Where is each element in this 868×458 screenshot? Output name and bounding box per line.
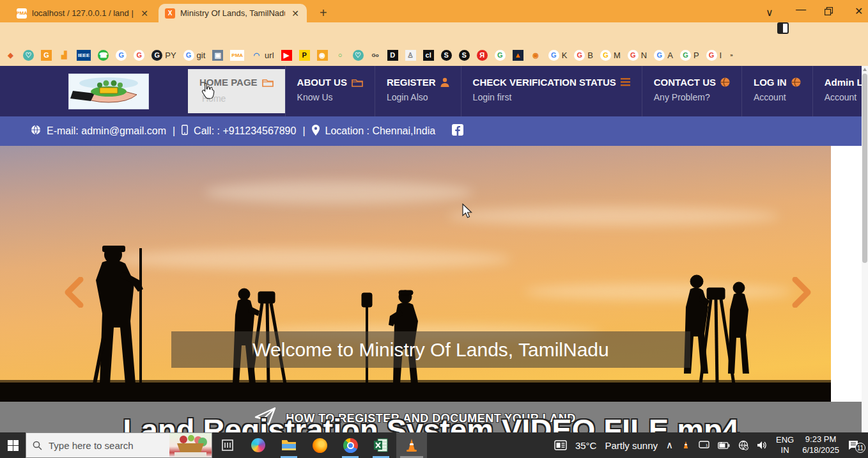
file-explorer-icon[interactable] — [274, 432, 304, 458]
bookmark-speedtest[interactable]: ◠url — [251, 50, 274, 61]
bookmark-google[interactable]: G — [134, 50, 144, 61]
bookmark-person-sketch[interactable]: ♙ — [405, 50, 416, 61]
language-indicator[interactable]: ENGIN — [776, 435, 794, 456]
godaddy-icon: ♡ — [23, 50, 34, 61]
bookmark-p-yellow[interactable]: P — [299, 50, 310, 61]
contrast-extension-icon[interactable] — [777, 22, 789, 34]
contact-location[interactable]: Location : Chennai,India — [325, 125, 436, 137]
tab-search-chevron-icon[interactable]: ∨ — [766, 6, 773, 19]
bookmark-g-orange-cube[interactable]: G — [41, 50, 52, 61]
speaker-icon[interactable] — [757, 441, 768, 450]
bookmark-whatsapp[interactable]: ☎ — [98, 50, 109, 61]
nav-item-admin-log-in[interactable]: Admin LOG IN Account — [812, 66, 862, 116]
contact-phone[interactable]: Call: : +911234567890 — [194, 125, 296, 137]
bookmark-google-p[interactable]: GP — [680, 50, 699, 61]
nav-item-about-us[interactable]: ABOUT US Know Us — [285, 66, 375, 116]
network-globe-icon[interactable] — [738, 440, 748, 450]
weather-desc[interactable]: Partly sunny — [605, 440, 658, 451]
nav-item-register[interactable]: REGISTER Login Also — [375, 66, 461, 116]
bookmark-globe-s[interactable]: S — [441, 50, 452, 61]
vlc-tray-icon[interactable] — [681, 441, 690, 450]
minimize-button[interactable]: — — [796, 4, 806, 15]
bookmark-vault[interactable]: ▣ — [212, 50, 223, 61]
close-window-button[interactable]: ✕ — [855, 5, 863, 17]
bookmark-phpmyadmin[interactable]: PMA — [230, 50, 244, 61]
taskbar-search-box[interactable]: Type here to search — [26, 432, 212, 458]
action-center-icon[interactable]: 11 — [848, 440, 863, 450]
scrollbar-up-arrow[interactable] — [863, 68, 867, 71]
bookmark-google[interactable]: G — [495, 50, 506, 61]
fruit-basket-image[interactable] — [169, 433, 212, 457]
bookmark-google-n[interactable]: GN — [628, 50, 647, 61]
facebook-icon[interactable] — [452, 124, 463, 138]
svg-text:1: 1 — [706, 443, 708, 447]
bookmark-cl[interactable]: cl — [423, 50, 434, 61]
yandex-icon: Я — [477, 50, 488, 61]
google-icon: G — [495, 50, 506, 61]
scrollbar-thumb[interactable] — [862, 74, 867, 263]
start-button[interactable] — [0, 432, 26, 458]
bookmark-godaddy[interactable]: ♡ — [353, 50, 364, 61]
google-b-icon: G — [574, 50, 585, 61]
bookmark-go[interactable]: Go — [371, 50, 380, 61]
cast-icon[interactable]: 1 — [699, 441, 709, 450]
excel-icon[interactable] — [366, 432, 396, 458]
windows-taskbar: Type here to search 35°C Partly sunny ∧ — [0, 432, 868, 458]
nav-item-check-verification-status[interactable]: CHECK VERIFICATION STATUS Login first — [461, 66, 642, 116]
firefox-icon[interactable] — [304, 432, 335, 458]
bookmark-eye[interactable]: ◉ — [531, 50, 541, 61]
bookmark-green-ring[interactable]: ○ — [335, 50, 346, 61]
bookmark-bookmarks-overflow[interactable]: » — [729, 50, 734, 61]
bookmark-analytics[interactable]: ▟ — [59, 50, 70, 61]
bookmark-camera[interactable]: ◉ — [317, 50, 328, 61]
battery-icon[interactable] — [718, 442, 730, 449]
tab-phpmyadmin[interactable]: PMA localhost / 127.0.0.1 / land | phpM … — [10, 4, 156, 22]
page-scrollbar[interactable] — [862, 66, 868, 432]
bookmark-google-i[interactable]: GI — [706, 50, 722, 61]
bookmark-kite[interactable]: ◆ — [5, 50, 16, 61]
globe-icon — [720, 77, 730, 87]
bookmark-github[interactable]: GPY — [151, 50, 176, 61]
copilot-icon[interactable] — [243, 432, 274, 458]
ieee-icon: IEEE — [77, 50, 91, 61]
bookmark-google-k[interactable]: GK — [548, 50, 568, 61]
bookmark-google-a[interactable]: GA — [654, 50, 673, 61]
bookmark-google-m[interactable]: GM — [600, 50, 621, 61]
carousel-prev-arrow[interactable] — [63, 277, 84, 308]
taskbar-clock[interactable]: 9:23 PM6/18/2025 — [802, 434, 839, 456]
task-view-button[interactable] — [212, 432, 243, 458]
bookmark-matlab[interactable]: ▲ — [513, 50, 523, 61]
tab-close-icon[interactable]: ✕ — [290, 8, 300, 19]
bookmark-duck[interactable]: D — [387, 50, 398, 61]
weather-temp[interactable]: 35°C — [575, 440, 597, 451]
nav-item-contact-us[interactable]: CONTACT US Any Problem? — [642, 66, 741, 116]
browser-tab-strip: PMA localhost / 127.0.0.1 / land | phpM … — [0, 0, 868, 22]
globe-s-icon: S — [459, 50, 470, 61]
vlc-icon[interactable] — [396, 432, 427, 458]
restore-button[interactable] — [825, 6, 833, 18]
news-icon[interactable] — [554, 440, 567, 450]
browser-toolbar: ← → ↻ i localhost/land/ ☆ a Paused ⋮ — [0, 22, 868, 45]
google-n-icon: G — [628, 50, 639, 61]
tab-close-icon[interactable]: ✕ — [139, 8, 150, 19]
bookmark-google-b[interactable]: GB — [574, 50, 593, 61]
contact-email[interactable]: E-mail: admin@gmail.com — [47, 125, 166, 137]
analytics-icon: ▟ — [59, 50, 70, 61]
bookmark-google-git[interactable]: Ggit — [183, 50, 206, 61]
bookmark-yandex[interactable]: Я — [477, 50, 488, 61]
bookmark-globe-s[interactable]: S — [459, 50, 470, 61]
tab-ministry-of-lands[interactable]: X Ministry Of Lands, TamilNadu ✕ — [159, 4, 307, 22]
nav-item-log-in[interactable]: LOG IN Account — [741, 66, 812, 116]
system-tray: 35°C Partly sunny ∧ 1 ENGIN 9:23 PM6/18/… — [554, 432, 868, 458]
hero-carousel: Welcome to Ministry Of Lands, TamilNadu — [0, 146, 831, 402]
carousel-next-arrow[interactable] — [791, 277, 813, 308]
notification-count-badge: 11 — [855, 443, 865, 453]
bookmark-youtube[interactable]: ▶ — [281, 50, 292, 61]
bookmark-google[interactable]: G — [116, 50, 127, 61]
site-logo[interactable] — [68, 74, 149, 109]
new-tab-button[interactable]: + — [320, 6, 327, 20]
bookmark-ieee[interactable]: IEEE — [77, 50, 91, 61]
tray-chevron-icon[interactable]: ∧ — [666, 439, 673, 451]
chrome-icon[interactable] — [335, 432, 366, 458]
bookmark-godaddy[interactable]: ♡ — [23, 50, 34, 61]
